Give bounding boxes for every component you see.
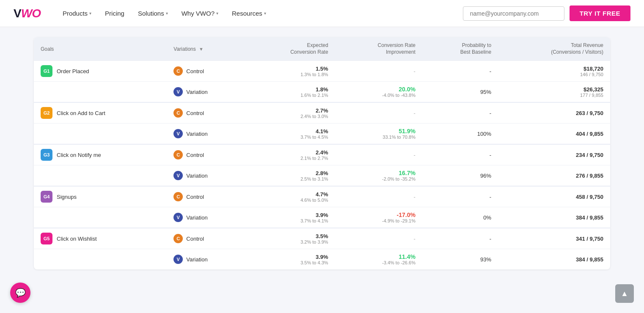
col-header-goals: Goals	[34, 37, 167, 61]
expected-conv-rate: 3.9% 3.5% to 4.3%	[248, 249, 335, 270]
variation-label: Variation	[186, 131, 207, 137]
variation-label: Control	[186, 194, 204, 200]
chevron-down-icon: ▾	[264, 11, 266, 16]
nav-resources[interactable]: Resources ▾	[227, 6, 271, 20]
variation-badge: C	[173, 150, 183, 159]
variation-label: Control	[186, 110, 204, 116]
table-row: G3 Click on Notify me C Control 2.4% 2.1…	[34, 144, 610, 165]
variation-badge: V	[173, 255, 183, 264]
table-header-row: Goals Variations ▼ Expected Conversion R…	[34, 37, 610, 61]
col-header-variations: Variations ▼	[167, 37, 248, 61]
variation-badge: V	[173, 87, 183, 96]
variation-badge: V	[173, 129, 183, 138]
goal-cell: G5 Click on Wishlist	[34, 228, 167, 249]
conv-rate-improvement: -	[335, 228, 422, 249]
variation-label: Variation	[186, 214, 207, 221]
logo[interactable]: VWO	[14, 7, 41, 20]
table-row: V Variation 3.9% 3.5% to 4.3% 11.4% -3.4…	[34, 249, 610, 270]
chevron-down-icon: ▾	[89, 11, 91, 16]
conv-rate-improvement: -	[335, 186, 422, 207]
variation-badge: C	[173, 234, 183, 243]
goal-label: Order Placed	[57, 68, 89, 74]
chevron-down-icon: ▾	[216, 11, 218, 16]
conv-rate-improvement: 20.0% -4.0% to -43.8%	[335, 82, 422, 103]
variation-label: Variation	[186, 173, 207, 179]
expected-conv-rate: 2.4% 2.1% to 2.7%	[248, 144, 335, 165]
probability-best-baseline: 96%	[422, 165, 498, 187]
navbar: VWO Products ▾ Pricing Solutions ▾ Why V…	[0, 0, 644, 27]
goal-cell: G2 Click on Add to Cart	[34, 102, 167, 124]
goal-cell	[34, 82, 167, 103]
variation-cell: C Control	[167, 102, 248, 124]
expected-conv-rate: 3.9% 3.7% to 4.1%	[248, 207, 335, 228]
goal-badge: G2	[41, 107, 52, 119]
total-revenue: 234 / 9,750	[498, 144, 610, 165]
nav-why-vwo[interactable]: Why VWO? ▾	[176, 6, 223, 20]
probability-best-baseline: -	[422, 102, 498, 124]
goal-badge: G1	[41, 65, 52, 77]
conv-rate-improvement: 11.4% -3.4% to -26.6%	[335, 249, 422, 270]
conv-rate-improvement: 51.9% 33.1% to 70.8%	[335, 124, 422, 145]
total-revenue: 276 / 9,855	[498, 165, 610, 187]
probability-best-baseline: 93%	[422, 249, 498, 270]
probability-best-baseline: -	[422, 144, 498, 165]
goal-label: Click on Add to Cart	[57, 110, 105, 116]
variation-cell: C Control	[167, 144, 248, 165]
total-revenue: 404 / 9,855	[498, 124, 610, 145]
conv-rate-improvement: -	[335, 102, 422, 124]
variation-badge: C	[173, 108, 183, 118]
conv-rate-improvement: 16.7% -2.0% to -35.2%	[335, 165, 422, 187]
table-row: G4 Signups C Control 4.7% 4.6% to 5.0%--…	[34, 186, 610, 207]
expected-conv-rate: 1.5% 1.3% to 1.8%	[248, 61, 335, 82]
col-header-prob: Probability to Best Baseline	[422, 37, 498, 61]
col-header-conv-improvement: Conversion Rate Improvement	[335, 37, 422, 61]
goal-label: Signups	[57, 194, 77, 200]
expected-conv-rate: 3.5% 3.2% to 3.9%	[248, 228, 335, 249]
page-content: Goals Variations ▼ Expected Conversion R…	[0, 27, 644, 280]
table-row: V Variation 3.9% 3.7% to 4.1% -17.0% -4.…	[34, 207, 610, 228]
variation-cell: C Control	[167, 61, 248, 82]
table-row: V Variation 4.1% 3.7% to 4.5% 51.9% 33.1…	[34, 124, 610, 145]
variation-label: Control	[186, 152, 204, 158]
variation-label: Control	[186, 68, 204, 74]
email-input[interactable]	[463, 6, 564, 21]
goal-cell: G1 Order Placed	[34, 61, 167, 82]
nav-pricing[interactable]: Pricing	[100, 6, 129, 20]
goal-cell	[34, 249, 167, 270]
try-it-free-button[interactable]: TRY IT FREE	[570, 5, 630, 21]
goal-badge: G3	[41, 149, 52, 161]
expected-conv-rate: 2.8% 2.5% to 3.1%	[248, 165, 335, 187]
probability-best-baseline: 0%	[422, 207, 498, 228]
variation-cell: V Variation	[167, 207, 248, 228]
expected-conv-rate: 2.7% 2.4% to 3.0%	[248, 102, 335, 124]
total-revenue: 458 / 9,750	[498, 186, 610, 207]
expected-conv-rate: 4.1% 3.7% to 4.5%	[248, 124, 335, 145]
total-revenue: 341 / 9,750	[498, 228, 610, 249]
nav-links: Products ▾ Pricing Solutions ▾ Why VWO? …	[58, 6, 463, 20]
goal-cell	[34, 165, 167, 187]
goal-cell: G3 Click on Notify me	[34, 144, 167, 165]
nav-products[interactable]: Products ▾	[58, 6, 96, 20]
variation-badge: C	[173, 192, 183, 201]
variation-label: Variation	[186, 89, 207, 95]
variation-badge: V	[173, 171, 183, 180]
variation-cell: V Variation	[167, 249, 248, 270]
total-revenue: 263 / 9,750	[498, 102, 610, 124]
variation-badge: C	[173, 66, 183, 76]
col-header-revenue: Total Revenue (Conversions / Visitors)	[498, 37, 610, 61]
expected-conv-rate: 1.8% 1.6% to 2.1%	[248, 82, 335, 103]
nav-solutions[interactable]: Solutions ▾	[133, 6, 173, 20]
total-revenue: 384 / 9,855	[498, 207, 610, 228]
col-header-expected-conv: Expected Conversion Rate	[248, 37, 335, 61]
table-row: V Variation 2.8% 2.5% to 3.1% 16.7% -2.0…	[34, 165, 610, 187]
probability-best-baseline: -	[422, 186, 498, 207]
probability-best-baseline: -	[422, 61, 498, 82]
total-revenue: 384 / 9,855	[498, 249, 610, 270]
conv-rate-improvement: -17.0% -4.9% to -29.1%	[335, 207, 422, 228]
filter-icon[interactable]: ▼	[199, 47, 204, 52]
variation-cell: V Variation	[167, 124, 248, 145]
goal-cell	[34, 124, 167, 145]
variation-cell: C Control	[167, 186, 248, 207]
nav-right: TRY IT FREE	[463, 5, 630, 21]
variation-badge: V	[173, 213, 183, 222]
